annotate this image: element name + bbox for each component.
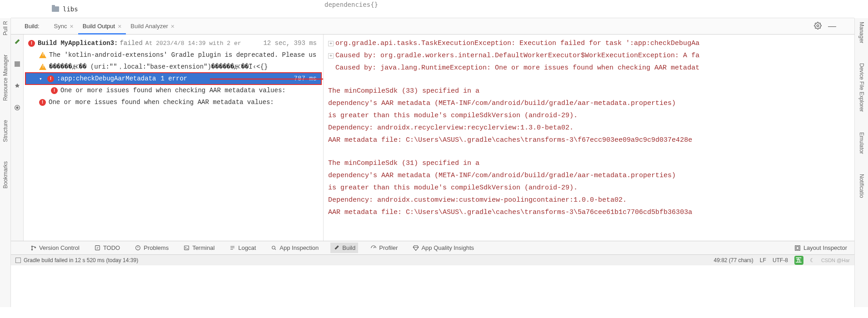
bookmarks-tool[interactable]: Bookmarks [1,159,10,191]
pin-icon[interactable] [13,82,21,90]
problems-tool[interactable]: Problems [132,243,171,253]
tab-build-output[interactable]: Build Output × [78,18,126,35]
todo-icon [94,244,101,251]
line-ending[interactable]: LF [760,257,766,263]
error-icon [51,87,58,94]
target-icon[interactable] [13,104,21,112]
error-icon [47,75,54,82]
quality-insights-tool[interactable]: App Quality Insights [409,243,477,253]
build-tree[interactable]: Build MyApplication3: failed At 2023/4/8… [24,35,324,241]
detail-line: Caused by: java.lang.RuntimeException: O… [335,64,699,72]
gear-icon[interactable] [814,22,822,31]
logcat-tool[interactable]: Logcat [226,243,259,253]
problems-label: Problems [144,244,169,251]
device-file-explorer-tool[interactable]: Device File Explorer [858,60,866,115]
encoding[interactable]: UTF-8 [773,257,788,263]
warning-icon [39,64,46,70]
diamond-icon [412,244,419,251]
chevron-down-icon[interactable]: ▾ [39,76,45,82]
ime-badge[interactable]: 五 [794,256,803,265]
detail-line: Dependency: androidx.customview:customvi… [328,194,850,206]
layout-icon [794,244,801,251]
svg-rect-11 [795,245,800,250]
close-icon[interactable]: × [118,23,121,30]
error-icon [39,99,46,106]
build-output-area: Build MyApplication3: failed At 2023/4/8… [11,35,854,241]
build-details[interactable]: +org.gradle.api.tasks.TaskExecutionExcep… [324,35,854,241]
problems-icon [135,244,141,251]
emulator-tool[interactable]: Emulator [858,129,866,158]
dependencies-code: dependencies{} [324,1,378,8]
profiler-label: Profiler [379,244,398,251]
moon-icon[interactable]: ☾ [810,257,815,263]
hammer-icon [333,244,340,251]
svg-rect-12 [796,247,799,249]
detail-line: org.gradle.api.tasks.TaskExecutionExcept… [335,40,699,47]
structure-tool[interactable]: Structure [1,117,10,145]
warning-text: The 'kotlin-android-extensions' Gradle p… [49,51,316,59]
watermark: CSDN @Har [821,258,850,263]
tree-error-item-2[interactable]: One or more issues found when checking A… [25,96,321,108]
cursor-position[interactable]: 49:82 (77 chars) [713,257,753,263]
tab-sync[interactable]: Sync × [50,18,78,35]
resource-manager-tool[interactable]: Resource Manager [1,52,10,104]
build-status: failed [120,40,142,47]
status-indicator-icon[interactable] [15,258,21,263]
code-editor-snippet[interactable]: dependencies{} [320,0,854,18]
tree-error-item-1[interactable]: One or more issues found when checking A… [25,84,321,96]
tree-warning-1[interactable]: The 'kotlin-android-extensions' Gradle p… [25,49,321,61]
todo-tool[interactable]: TODO [91,243,123,253]
libs-folder-label: libs [63,5,78,13]
build-timestamp: At 2023/4/8 14:39 with 2 er [145,40,241,47]
expand-icon[interactable]: + [328,41,334,46]
pull-requests-tool[interactable]: Pull R [1,18,10,38]
detail-line: is greater than this module's compileSdk… [328,109,850,122]
tab-output-label: Build Output [83,23,115,30]
detail-line: AAR metadata file: C:\Users\ASUS\.gradle… [328,206,850,219]
notifications-tool[interactable]: Notificatio [858,170,866,202]
terminal-icon [183,244,190,251]
version-control-tool[interactable]: Version Control [27,243,82,253]
stop-icon[interactable] [13,60,21,68]
tree-task-checkdebugaar[interactable]: ▾ :app:checkDebugAarMetadata 1 error 787… [25,73,321,84]
terminal-label: Terminal [192,244,215,251]
build-tool[interactable]: Build [330,243,358,253]
profiler-tool[interactable]: Profiler [367,243,400,253]
folder-icon [52,6,59,12]
task-error-count: 1 error [160,75,187,82]
hammer-icon[interactable] [13,38,21,46]
tree-root[interactable]: Build MyApplication3: failed At 2023/4/8… [25,37,321,49]
project-tree-snippet[interactable]: libs [11,0,320,18]
inspection-icon [270,244,277,251]
quality-label: App Quality Insights [421,244,474,251]
error-text: One or more issues found when checking A… [49,99,274,106]
close-icon[interactable]: × [171,23,175,30]
logcat-label: Logcat [238,244,256,251]
layout-label: Layout Inspector [803,244,847,251]
svg-point-2 [16,107,18,109]
bottom-tool-bar: Version Control TODO Problems Terminal L… [11,241,854,254]
detail-line: The minCompileSdk (31) specified in a [328,157,850,169]
manager-tool[interactable]: Manager [858,18,866,47]
expand-icon[interactable]: + [328,53,334,59]
tab-build-analyzer[interactable]: Build Analyzer × [126,18,179,35]
error-icon [28,40,35,47]
terminal-tool[interactable]: Terminal [180,243,217,253]
build-duration: 12 sec, 393 ms [263,40,321,47]
detail-line: dependency's AAR metadata (META-INF/com/… [328,169,850,182]
tab-sync-label: Sync [54,23,67,30]
detail-line: is greater than this module's compileSdk… [328,182,850,194]
detail-line: Dependency: androidx.recyclerview:recycl… [328,122,850,134]
svg-point-4 [31,246,32,247]
left-tool-gutter: Pull R Resource Manager Structure Bookma… [0,18,11,307]
profiler-icon [370,244,377,251]
close-icon[interactable]: × [70,23,73,30]
app-inspection-tool[interactable]: App Inspection [268,243,321,253]
svg-point-0 [817,25,818,26]
minimize-icon[interactable]: — [828,21,836,31]
warning-icon [39,52,46,58]
layout-inspector-tool[interactable]: Layout Inspector [792,243,850,253]
tree-warning-2[interactable]: ������Ԫ�� (uri:""，local:"base-extension"… [25,61,321,73]
todo-label: TODO [103,244,120,251]
status-bar: Gradle build failed in 12 s 520 ms (toda… [11,254,854,265]
